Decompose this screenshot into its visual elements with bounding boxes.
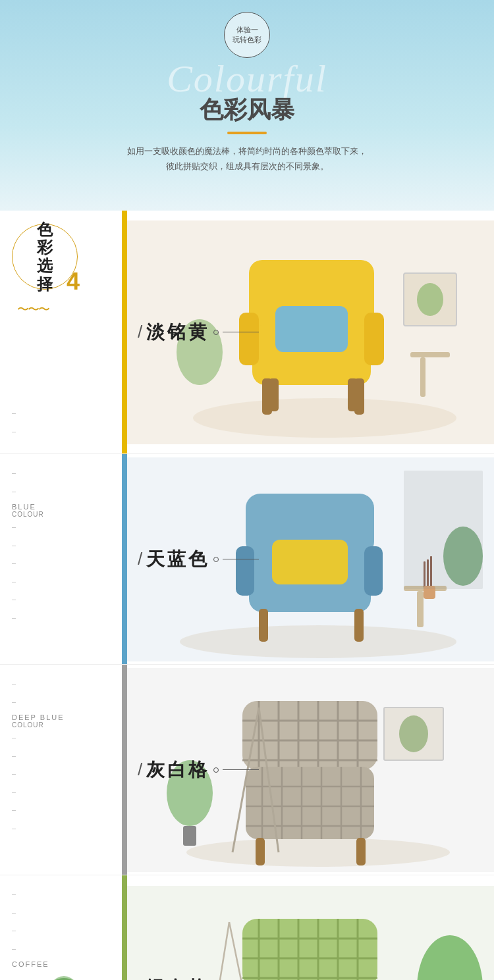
color-name-zh-green: 绿白格 <box>146 975 209 981</box>
hero-title-zh: 色彩风暴 <box>200 94 294 126</box>
color-dot-blue <box>213 557 219 562</box>
green-chair-area: / 绿白格 <box>127 875 494 980</box>
dash-g3: – <box>12 729 115 747</box>
chair-image-green <box>127 886 494 981</box>
dash-g5: – <box>12 765 115 783</box>
svg-rect-26 <box>417 591 424 627</box>
svg-point-15 <box>417 283 443 316</box>
svg-rect-9 <box>348 378 358 411</box>
dash6: – <box>12 573 115 591</box>
svg-rect-12 <box>420 357 425 397</box>
svg-rect-58 <box>183 826 196 846</box>
color-choice-number: 4 <box>67 268 80 296</box>
hero-badge: 体验一 玩转色彩 <box>224 12 270 58</box>
dash-gr3: – <box>12 921 115 940</box>
dash-g8: – <box>12 819 115 838</box>
color-dot-yellow <box>213 330 219 335</box>
color-bar-blue <box>122 454 127 664</box>
svg-point-72 <box>45 976 82 980</box>
svg-rect-45 <box>246 767 374 839</box>
sidebar-gray: – – DEEP BLUE COLOUR – – – – – – <box>0 665 122 875</box>
dash-g6: – <box>12 783 115 802</box>
hero-section: 体验一 玩转色彩 Colourful 色彩风暴 如用一支吸收颜色的魔法棒，将简约… <box>0 0 494 211</box>
color-bar-gray <box>122 665 127 875</box>
color-name-blue: / 天蓝色 <box>138 547 259 572</box>
page-wrapper: 体验一 玩转色彩 Colourful 色彩风暴 如用一支吸收颜色的魔法棒，将简约… <box>0 0 494 980</box>
dash-g7: – <box>12 801 115 819</box>
row-blue: – – BLUE COLOUR – – – – – – / 天蓝色 <box>0 454 494 665</box>
colour-label-1: COLOUR <box>12 511 115 518</box>
color-choice-circle: 色彩选择 4 <box>12 224 78 290</box>
dash2: – <box>12 482 115 501</box>
color-name-zh-blue: 天蓝色 <box>146 547 209 572</box>
dash4: – <box>12 536 115 555</box>
color-name-zh-gray: 灰白格 <box>146 758 209 783</box>
dash-gr4: – <box>12 940 115 958</box>
svg-rect-32 <box>404 471 483 589</box>
color-name-zh-yellow: 淡铭黄 <box>146 320 209 345</box>
sidebar-dashes-1: – – <box>12 391 16 440</box>
dash8: – <box>12 609 115 627</box>
dash-g1: – <box>12 675 115 693</box>
plant-svg <box>14 968 113 980</box>
color-choice-wave: 〜〜〜 <box>17 301 49 317</box>
dash-g2: – <box>12 693 115 711</box>
sidebar-blue: – – BLUE COLOUR – – – – – – <box>0 454 122 664</box>
badge-line2: 玩转色彩 <box>233 35 261 45</box>
svg-rect-23 <box>354 609 364 642</box>
svg-rect-8 <box>269 378 279 411</box>
hero-description: 如用一支吸收颜色的魔法棒，将简约时尚的各种颜色萃取下来， 彼此拼贴交织，组成具有… <box>127 143 367 174</box>
sidebar-green: – – – – COFFEE <box>0 875 122 980</box>
yellow-chair-area: / 淡铭黄 <box>127 211 494 453</box>
svg-rect-5 <box>364 313 384 365</box>
color-line-blue <box>223 559 259 560</box>
dash-g4: – <box>12 747 115 765</box>
svg-rect-11 <box>410 352 450 357</box>
row-color-selection: 色彩选择 4 〜〜〜 – – / 淡铭黄 <box>0 211 494 454</box>
color-name-yellow: / 淡铭黄 <box>138 320 259 345</box>
dash-gr1: – <box>12 885 115 904</box>
deep-blue-label: DEEP BLUE <box>12 713 115 721</box>
color-line-gray <box>223 769 259 771</box>
dash7: – <box>12 590 115 609</box>
hero-desc-line2: 彼此拼贴交织，组成具有层次的不同景象。 <box>166 161 329 171</box>
hero-underline <box>227 132 267 134</box>
sidebar-color-choice: 色彩选择 4 〜〜〜 – – <box>0 211 122 453</box>
svg-point-1 <box>193 398 456 438</box>
color-name-green: / 绿白格 <box>138 975 259 981</box>
blue-chair-area: / 天蓝色 <box>127 454 494 664</box>
color-choice-text: 色彩选择 <box>37 220 53 293</box>
svg-rect-21 <box>364 546 383 596</box>
colour-label-2: COLOUR <box>12 721 115 729</box>
svg-rect-24 <box>272 540 348 584</box>
row-gray: – – DEEP BLUE COLOUR – – – – – – / 灰白格 <box>0 665 494 875</box>
svg-point-34 <box>186 838 450 867</box>
color-bar-green <box>122 875 127 980</box>
row-green: – – – – COFFEE <box>0 875 494 980</box>
svg-rect-55 <box>256 838 265 865</box>
dash1: – <box>12 464 115 482</box>
coffee-label: COFFEE <box>12 960 115 968</box>
gray-chair-area: / 灰白格 <box>127 665 494 875</box>
color-name-gray: / 灰白格 <box>138 758 259 783</box>
color-dot-gray <box>213 767 219 773</box>
color-bar-yellow <box>122 211 127 453</box>
badge-line1: 体验一 <box>236 25 258 35</box>
svg-rect-56 <box>356 838 366 865</box>
dash-gr2: – <box>12 904 115 922</box>
color-line-yellow <box>223 332 259 333</box>
svg-rect-10 <box>275 306 348 352</box>
svg-rect-22 <box>259 609 268 642</box>
svg-point-60 <box>399 715 428 752</box>
hero-desc-line1: 如用一支吸收颜色的魔法棒，将简约时尚的各种颜色萃取下来， <box>127 146 367 156</box>
plant-image <box>12 968 115 980</box>
blue-label: BLUE <box>12 503 115 511</box>
dash5: – <box>12 554 115 573</box>
svg-point-17 <box>180 625 456 658</box>
dash3: – <box>12 518 115 536</box>
